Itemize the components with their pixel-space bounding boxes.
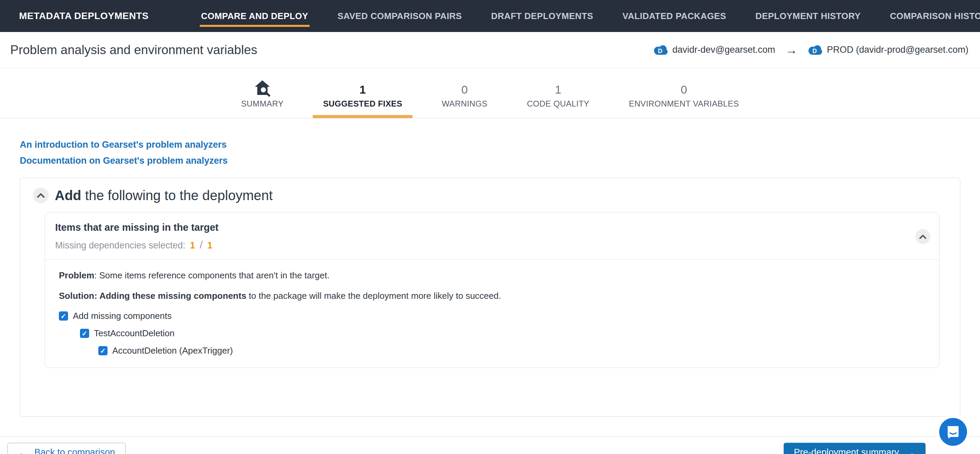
tab-label: SUMMARY xyxy=(241,99,283,108)
arrow-left-icon: ← xyxy=(18,448,28,454)
tab-summary[interactable]: SUMMARY xyxy=(231,68,294,118)
chevron-up-icon xyxy=(37,193,45,198)
main-content: An introduction to Gearset's problem ana… xyxy=(0,118,980,417)
selected-count: 1 xyxy=(188,240,197,250)
count-separator: / xyxy=(200,239,203,251)
tab-label: CODE QUALITY xyxy=(527,99,589,108)
problem-line: Problem: Some items reference components… xyxy=(59,270,929,281)
arrow-right-icon: → xyxy=(785,43,798,57)
tab-environment-variables[interactable]: 0 ENVIRONMENT VARIABLES xyxy=(619,68,749,118)
panel-title: Items that are missing in the target xyxy=(55,222,915,233)
app-title: METADATA DEPLOYMENTS xyxy=(19,11,149,21)
checkbox-checked[interactable]: ✓ xyxy=(59,311,68,320)
dependencies-selected-row: Missing dependencies selected: 1 / 1 xyxy=(55,239,915,251)
next-button-label: Pre-deployment summary xyxy=(794,447,899,454)
tab-label: SUGGESTED FIXES xyxy=(323,99,402,108)
panel-body: Problem: Some items reference components… xyxy=(45,259,939,368)
arrow-right-icon: → xyxy=(905,448,915,454)
nav-items: COMPARE AND DEPLOY SAVED COMPARISON PAIR… xyxy=(201,11,980,21)
footer-bar: ← Back to comparison Pre-deployment summ… xyxy=(0,436,980,454)
link-intro-problem-analyzers[interactable]: An introduction to Gearset's problem ana… xyxy=(20,140,960,150)
nav-tab-draft-deployments[interactable]: DRAFT DEPLOYMENTS xyxy=(491,11,593,21)
source-org: D davidr-dev@gearset.com xyxy=(653,45,775,56)
card-title-bold: Add xyxy=(55,188,81,203)
chevron-up-icon xyxy=(919,234,927,239)
checkbox-label: TestAccountDeletion xyxy=(94,328,175,339)
nav-tab-compare-and-deploy[interactable]: COMPARE AND DEPLOY xyxy=(201,11,308,21)
solution-colon: : xyxy=(94,291,99,301)
cloud-icon: D xyxy=(653,45,668,56)
page-title: Problem analysis and environment variabl… xyxy=(10,43,257,57)
tab-suggested-fixes[interactable]: 1 SUGGESTED FIXES xyxy=(313,68,412,118)
solution-bold: Adding these missing components xyxy=(99,291,247,301)
tab-count: 0 xyxy=(461,83,468,96)
nav-tab-validated-packages[interactable]: VALIDATED PACKAGES xyxy=(622,11,726,21)
tab-code-quality[interactable]: 1 CODE QUALITY xyxy=(517,68,600,118)
add-to-deployment-card: Add the following to the deployment Item… xyxy=(20,178,960,417)
solution-text: to the package will make the deployment … xyxy=(247,291,501,301)
missing-components-tree: ✓ Add missing components ✓ TestAccountDe… xyxy=(59,311,929,356)
pre-deployment-summary-button[interactable]: Pre-deployment summary → xyxy=(784,443,926,454)
card-header: Add the following to the deployment xyxy=(33,188,940,203)
checkbox-checked[interactable]: ✓ xyxy=(80,329,89,338)
target-org-label: PROD (davidr-prod@gearset.com) xyxy=(827,45,969,55)
page-header: Problem analysis and environment variabl… xyxy=(0,32,980,68)
tab-count: 1 xyxy=(360,83,366,96)
source-org-label: davidr-dev@gearset.com xyxy=(672,45,775,55)
svg-text:D: D xyxy=(812,48,817,54)
checkbox-row-testaccountdeletion: ✓ TestAccountDeletion xyxy=(80,328,929,339)
selected-total: 1 xyxy=(205,240,215,250)
nav-tab-comparison-history[interactable]: COMPARISON HISTORY xyxy=(890,11,980,21)
nav-tab-deployment-history[interactable]: DEPLOYMENT HISTORY xyxy=(756,11,861,21)
cloud-icon: D xyxy=(808,45,823,56)
checkbox-row-accountdeletion-apextrigger: ✓ AccountDeletion (ApexTrigger) xyxy=(98,346,929,356)
panel-header-text: Items that are missing in the target Mis… xyxy=(55,222,915,251)
back-button-label: Back to comparison xyxy=(34,447,115,454)
checkbox-row-add-missing-components: ✓ Add missing components xyxy=(59,311,929,321)
step-tabs: SUMMARY 1 SUGGESTED FIXES 0 WARNINGS 1 C… xyxy=(0,68,980,118)
tab-label: WARNINGS xyxy=(442,99,487,108)
card-title-rest: the following to the deployment xyxy=(81,188,273,203)
solution-label: Solution xyxy=(59,291,94,301)
top-nav-bar: METADATA DEPLOYMENTS COMPARE AND DEPLOY … xyxy=(0,0,980,32)
svg-text:D: D xyxy=(658,48,662,54)
problem-label: Problem xyxy=(59,270,94,280)
solution-line: Solution: Adding these missing component… xyxy=(59,290,929,301)
collapse-section-button[interactable] xyxy=(33,188,49,203)
checkbox-checked[interactable]: ✓ xyxy=(98,346,108,355)
link-docs-problem-analyzers[interactable]: Documentation on Gearset's problem analy… xyxy=(20,156,960,166)
chat-bubble-icon xyxy=(946,425,960,439)
nav-tab-saved-comparison-pairs[interactable]: SAVED COMPARISON PAIRS xyxy=(337,11,462,21)
card-title: Add the following to the deployment xyxy=(55,188,272,203)
missing-items-panel: Items that are missing in the target Mis… xyxy=(45,212,940,368)
dependencies-selected-label: Missing dependencies selected: xyxy=(55,240,185,250)
checkbox-label: Add missing components xyxy=(73,311,172,321)
target-org: D PROD (davidr-prod@gearset.com) xyxy=(808,45,969,56)
tab-label: ENVIRONMENT VARIABLES xyxy=(629,99,739,108)
panel-header: Items that are missing in the target Mis… xyxy=(45,212,939,259)
tab-warnings[interactable]: 0 WARNINGS xyxy=(431,68,498,118)
collapse-panel-button[interactable] xyxy=(915,229,930,244)
org-pair: D davidr-dev@gearset.com → D PROD (david… xyxy=(653,43,969,57)
back-to-comparison-button[interactable]: ← Back to comparison xyxy=(8,443,126,454)
problem-text: : Some items reference components that a… xyxy=(94,270,329,280)
tab-count: 1 xyxy=(555,83,562,96)
home-search-icon xyxy=(253,79,272,98)
tab-count: 0 xyxy=(681,83,687,96)
chat-widget-button[interactable] xyxy=(939,418,967,446)
checkbox-label: AccountDeletion (ApexTrigger) xyxy=(112,346,233,356)
